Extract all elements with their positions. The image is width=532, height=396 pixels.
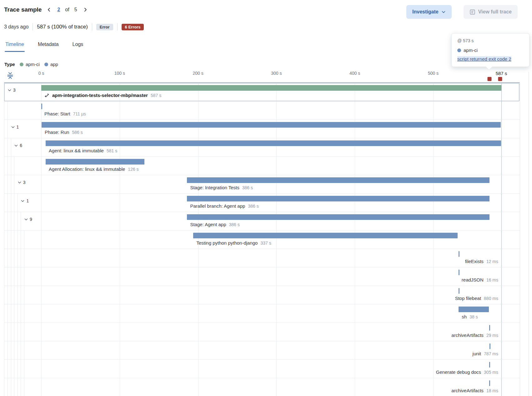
span-label: sh38 s	[462, 314, 478, 319]
span-duration: 126 s	[128, 167, 138, 172]
next-trace-button[interactable]	[82, 7, 88, 13]
span-bar[interactable]	[459, 270, 459, 275]
indent-guide	[11, 194, 11, 212]
indent-guide	[14, 323, 14, 341]
span-duration: 386 s	[248, 204, 258, 209]
trace-meta: 3 days ago 587 s (100% of trace) Error 6…	[4, 23, 144, 31]
children-count: 9	[30, 217, 32, 222]
outcome-badge: Error	[96, 24, 113, 30]
indent-guide	[24, 323, 24, 341]
waterfall-row[interactable]: Generate debug docs305 ms	[0, 360, 532, 378]
document-icon	[469, 9, 475, 15]
span-name: archiveArtifacts	[451, 388, 484, 393]
waterfall-row[interactable]: Agent Allocation: linux && immutable126 …	[0, 157, 532, 175]
scrollbar-track[interactable]	[529, 72, 529, 396]
tab-metadata[interactable]: Metadata	[37, 40, 59, 52]
error-marker[interactable]	[498, 77, 502, 81]
waterfall-row[interactable]: 6Agent: linux && immutable581 s	[0, 138, 532, 157]
children-count: 1	[17, 124, 19, 129]
indent-guide	[24, 378, 24, 396]
span-bar[interactable]	[41, 85, 501, 91]
indent-guide	[18, 249, 18, 267]
span-bar[interactable]	[193, 233, 457, 238]
indent-guide	[21, 323, 21, 341]
indent-guide	[8, 360, 8, 378]
span-duration: 305 ms	[484, 370, 498, 375]
span-name: Parallel branch: Agent app	[190, 203, 245, 209]
span-label: Stop filebeat880 ms	[455, 296, 498, 301]
span-bar[interactable]	[46, 140, 501, 146]
chevron-left-icon	[47, 7, 52, 12]
span-duration: 16 ms	[486, 277, 498, 282]
waterfall-row[interactable]: 1Parallel branch: Agent app386 s	[0, 194, 532, 212]
waterfall-row[interactable]: Phase: Start711 µs	[0, 101, 532, 120]
indent-guide	[14, 249, 14, 267]
indent-guide	[14, 175, 14, 194]
indent-guide	[18, 231, 18, 249]
trace-duration: 587 s (100% of trace)	[37, 24, 88, 30]
indent-guide	[24, 286, 24, 304]
waterfall-row[interactable]: 3Stage: Integration Tests386 s	[0, 175, 532, 194]
span-name: Phase: Start	[44, 111, 70, 116]
waterfall-row[interactable]: Testing python python-django337 s	[0, 231, 532, 249]
indent-guide	[11, 267, 11, 286]
page-title: Trace sample	[4, 6, 42, 13]
legend-item-apm-ci: apm-ci	[20, 62, 40, 67]
span-bar[interactable]	[187, 196, 489, 201]
waterfall-row[interactable]: sh38 s	[0, 304, 532, 323]
tab-logs[interactable]: Logs	[72, 40, 84, 52]
indent-guide	[24, 249, 24, 267]
span-bar[interactable]	[489, 362, 490, 368]
span-duration: 386 s	[242, 185, 253, 190]
span-bar[interactable]	[489, 325, 490, 331]
error-marker[interactable]	[488, 77, 492, 81]
collapse-all-button[interactable]	[6, 71, 14, 81]
expand-toggle[interactable]: 1	[11, 124, 19, 129]
waterfall-row[interactable]: archiveArtifacts18 ms	[0, 378, 532, 396]
span-bar[interactable]	[459, 251, 459, 257]
span-bar[interactable]	[46, 159, 144, 165]
chevron-down-icon	[11, 125, 15, 129]
expand-toggle[interactable]: 6	[14, 143, 22, 148]
waterfall-row[interactable]: 3apm-integration-tests-selector-mbp/mast…	[0, 83, 532, 101]
indent-guide	[18, 212, 18, 231]
errors-count-badge[interactable]: 6 Errors	[122, 24, 144, 30]
view-full-trace-button[interactable]: View full trace	[464, 5, 518, 19]
span-duration: 386 s	[229, 222, 240, 227]
indent-guide	[8, 138, 8, 157]
waterfall-row[interactable]: Stop filebeat880 ms	[0, 286, 532, 304]
span-bar[interactable]	[459, 307, 489, 312]
waterfall-row[interactable]: readJSON16 ms	[0, 267, 532, 286]
expand-toggle[interactable]: 9	[24, 217, 32, 222]
waterfall-row[interactable]: 1Phase: Run586 s	[0, 120, 532, 138]
indent-guide	[14, 378, 14, 396]
span-duration: 337 s	[260, 241, 271, 246]
indent-guide	[14, 194, 14, 212]
expand-toggle[interactable]: 3	[18, 180, 26, 185]
span-bar[interactable]	[41, 104, 42, 109]
span-bar[interactable]	[187, 177, 489, 183]
span-bar[interactable]	[489, 343, 490, 349]
tab-timeline[interactable]: Timeline	[5, 40, 25, 52]
span-duration: 787 ms	[484, 351, 498, 356]
span-name: Stage: Integration Tests	[190, 185, 239, 190]
span-bar[interactable]	[459, 288, 459, 294]
waterfall-row[interactable]: archiveArtifacts29 ms	[0, 323, 532, 341]
span-name: readJSON	[462, 277, 484, 282]
legend-label: apm-ci	[26, 62, 40, 67]
waterfall-row[interactable]: 9Stage: Agent app386 s	[0, 212, 532, 231]
waterfall-row[interactable]: junit787 ms	[0, 341, 532, 360]
waterfall-row[interactable]: fileExists12 ms	[0, 249, 532, 267]
tooltip-service-name: apm-ci	[464, 48, 478, 53]
expand-toggle[interactable]: 1	[21, 198, 29, 203]
error-message-link[interactable]: script returned exit code 2	[457, 56, 511, 62]
span-bar[interactable]	[187, 214, 489, 220]
investigate-button[interactable]: Investigate	[406, 5, 452, 19]
indent-guide	[21, 304, 21, 323]
prev-trace-button[interactable]	[46, 7, 52, 13]
expand-toggle[interactable]: 3	[8, 88, 16, 93]
span-bar[interactable]	[42, 122, 501, 128]
span-label: Phase: Start711 µs	[44, 111, 86, 116]
span-bar[interactable]	[489, 380, 490, 386]
current-page[interactable]: 2	[57, 7, 60, 13]
